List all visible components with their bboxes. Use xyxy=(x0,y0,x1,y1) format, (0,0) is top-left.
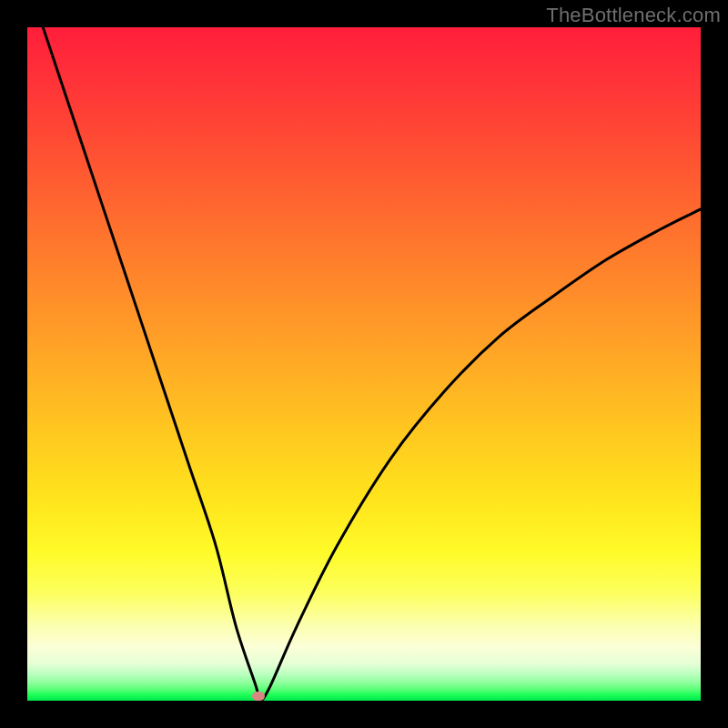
watermark-text: TheBottleneck.com xyxy=(546,4,721,27)
bottleneck-curve xyxy=(27,27,701,701)
optimum-marker xyxy=(252,692,265,701)
chart-frame: TheBottleneck.com xyxy=(0,0,728,728)
chart-plot-area xyxy=(27,27,701,701)
